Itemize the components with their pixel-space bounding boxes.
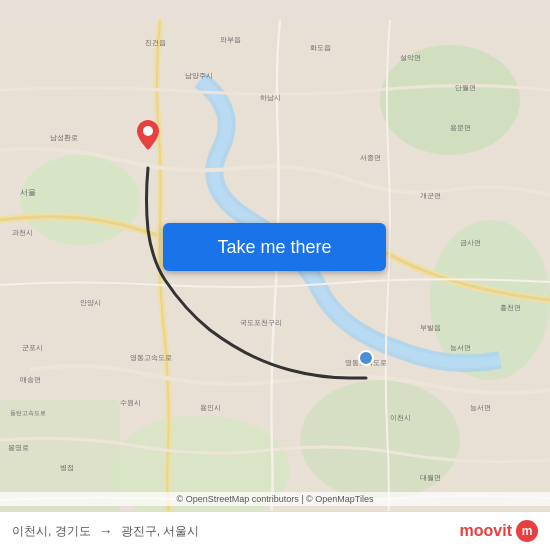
svg-text:군포시: 군포시 xyxy=(22,344,43,351)
bottom-bar: 이천시, 경기도 → 광진구, 서울시 moovit m xyxy=(0,511,550,550)
svg-text:서종면: 서종면 xyxy=(360,154,381,161)
svg-point-38 xyxy=(143,126,153,136)
svg-text:남양주시: 남양주시 xyxy=(185,72,213,80)
take-me-there-button[interactable]: Take me there xyxy=(163,223,386,271)
svg-text:하남시: 하남시 xyxy=(260,94,281,102)
svg-text:서울: 서울 xyxy=(20,188,36,197)
origin-pin xyxy=(137,120,159,154)
svg-text:금사면: 금사면 xyxy=(460,239,481,247)
svg-text:용문면: 용문면 xyxy=(450,124,471,131)
svg-text:부발읍: 부발읍 xyxy=(420,324,441,332)
svg-text:와부읍: 와부읍 xyxy=(220,36,241,44)
from-location: 이천시, 경기도 xyxy=(12,523,91,540)
svg-text:능서면: 능서면 xyxy=(470,404,491,411)
svg-text:개군면: 개군면 xyxy=(420,192,441,199)
svg-text:흥천면: 흥천면 xyxy=(500,304,521,312)
svg-text:이천시: 이천시 xyxy=(390,414,411,421)
svg-text:대월면: 대월면 xyxy=(420,474,441,481)
svg-text:화도읍: 화도읍 xyxy=(310,44,331,52)
svg-point-4 xyxy=(110,415,290,525)
svg-text:능서면: 능서면 xyxy=(450,344,471,351)
copyright-text: © OpenStreetMap contributors | © OpenMap… xyxy=(0,492,550,506)
moovit-logo: moovit m xyxy=(460,520,538,542)
svg-text:설악면: 설악면 xyxy=(400,54,421,62)
svg-point-5 xyxy=(300,380,460,500)
route-arrow-icon: → xyxy=(99,523,113,539)
svg-text:단월면: 단월면 xyxy=(455,84,476,91)
destination-marker xyxy=(358,350,374,366)
svg-text:동탄고속도로: 동탄고속도로 xyxy=(10,410,46,416)
svg-text:봉영로: 봉영로 xyxy=(8,444,29,452)
svg-text:용인시: 용인시 xyxy=(200,404,221,411)
route-info: 이천시, 경기도 → 광진구, 서울시 xyxy=(12,523,199,540)
svg-text:매송면: 매송면 xyxy=(20,376,41,383)
to-location: 광진구, 서울시 xyxy=(121,523,200,540)
moovit-logo-icon: m xyxy=(516,520,538,542)
map-background: 서울 안양시 수원시 병점 용인시 이천시 부발읍 하남시 서종면 개군면 금사… xyxy=(0,0,550,550)
svg-text:국도포천구리: 국도포천구리 xyxy=(240,319,282,327)
moovit-logo-text: moovit xyxy=(460,522,512,540)
svg-text:남성환로: 남성환로 xyxy=(50,134,78,142)
svg-text:병점: 병점 xyxy=(60,464,74,472)
svg-text:과천시: 과천시 xyxy=(12,229,33,236)
svg-text:안양시: 안양시 xyxy=(80,299,101,306)
svg-text:수원시: 수원시 xyxy=(120,399,141,406)
svg-point-1 xyxy=(20,155,140,245)
svg-text:영동고속도로: 영동고속도로 xyxy=(130,354,172,362)
map-container: 서울 안양시 수원시 병점 용인시 이천시 부발읍 하남시 서종면 개군면 금사… xyxy=(0,0,550,550)
svg-text:진건읍: 진건읍 xyxy=(145,39,166,47)
svg-point-2 xyxy=(380,45,520,155)
